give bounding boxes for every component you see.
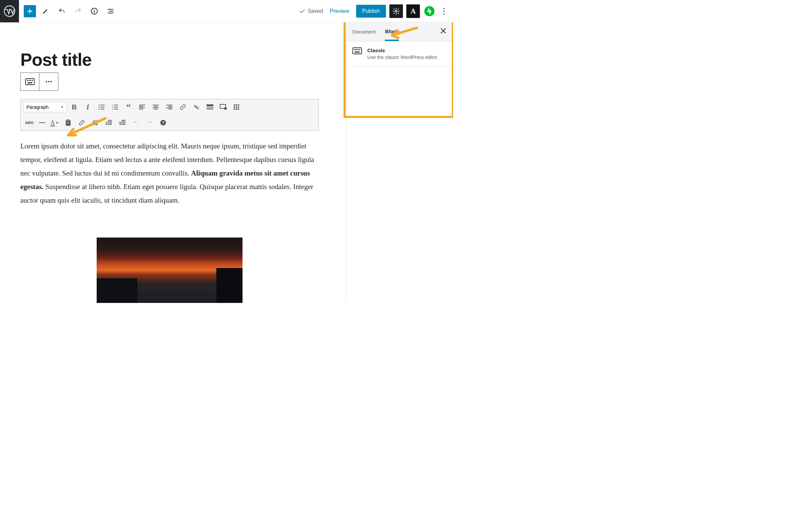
align-left-icon <box>139 105 145 110</box>
block-more-button[interactable] <box>39 73 58 91</box>
outline-button[interactable] <box>104 4 118 18</box>
insert-media-button[interactable] <box>217 101 230 113</box>
svg-rect-29 <box>234 107 235 108</box>
help-button[interactable]: ? <box>157 117 169 129</box>
toolbar-right: Saved Preview Publish A <box>299 4 453 18</box>
tab-document[interactable]: Document <box>353 23 376 40</box>
bullet-list-button[interactable] <box>95 101 108 113</box>
strikethrough-button[interactable]: ABC <box>23 117 36 129</box>
clipboard-icon: T <box>65 119 71 126</box>
redo2-icon <box>146 120 153 126</box>
redo-button[interactable] <box>71 4 85 18</box>
svg-rect-43 <box>358 49 359 50</box>
help-icon: ? <box>160 119 166 126</box>
svg-point-2 <box>94 9 95 10</box>
svg-point-18 <box>99 107 100 108</box>
insert-more-button[interactable] <box>204 101 216 113</box>
special-char-button[interactable]: Ω <box>89 117 102 129</box>
tab-block[interactable]: Block <box>385 23 399 41</box>
paragraph-select[interactable]: Paragraph <box>23 102 67 112</box>
unlink-button[interactable] <box>190 101 202 113</box>
save-status: Saved <box>299 8 323 15</box>
svg-rect-31 <box>238 107 239 108</box>
svg-rect-34 <box>238 109 239 110</box>
undo2-icon <box>132 120 139 126</box>
post-content[interactable]: Lorem ipsum dolor sit amet, consectetur … <box>20 139 319 207</box>
info-button[interactable] <box>88 4 101 18</box>
paragraph-select-label: Paragraph <box>26 104 49 110</box>
content-image[interactable] <box>97 238 242 303</box>
svg-point-25 <box>224 107 227 110</box>
add-block-button[interactable] <box>24 5 36 17</box>
svg-rect-36 <box>67 119 70 121</box>
jetpack-icon <box>424 6 435 17</box>
svg-rect-28 <box>238 104 239 106</box>
svg-point-17 <box>99 105 100 106</box>
readmore-icon <box>206 104 213 110</box>
post-title[interactable]: Post title <box>20 50 346 70</box>
svg-rect-40 <box>353 48 362 54</box>
kebab-icon <box>443 7 445 15</box>
align-center-icon <box>152 105 159 110</box>
svg-point-15 <box>48 81 50 82</box>
svg-rect-12 <box>32 80 33 81</box>
content-image-wrap <box>20 238 319 303</box>
svg-rect-27 <box>236 104 237 106</box>
hr-button[interactable] <box>37 117 47 129</box>
edit-mode-button[interactable] <box>39 4 52 18</box>
block-description: Use the classic WordPress editor. <box>367 55 438 60</box>
more-menu-button[interactable] <box>439 4 449 18</box>
clear-format-button[interactable] <box>76 117 88 129</box>
align-right-button[interactable] <box>163 101 175 113</box>
ol-icon: 123 <box>112 104 118 110</box>
top-toolbar: Saved Preview Publish A <box>0 0 453 22</box>
amp-button[interactable]: A <box>406 4 420 18</box>
outdent-button[interactable] <box>103 117 115 129</box>
settings-sidebar: Document Block Classic Use the classic W… <box>346 22 453 303</box>
align-left-button[interactable] <box>136 101 148 113</box>
wordpress-logo[interactable] <box>0 0 19 22</box>
publish-button[interactable]: Publish <box>356 5 386 18</box>
toolbar-toggle-button[interactable] <box>231 101 243 113</box>
svg-point-3 <box>395 10 397 12</box>
svg-text:?: ? <box>162 120 164 125</box>
link-icon <box>179 104 186 111</box>
block-info-icon <box>353 48 362 60</box>
settings-button[interactable] <box>390 4 403 18</box>
redo2-button[interactable] <box>143 117 156 129</box>
svg-rect-33 <box>236 109 237 110</box>
list-outline-icon <box>107 7 114 15</box>
close-sidebar-button[interactable] <box>439 26 447 37</box>
block-title: Classic <box>367 48 438 53</box>
jetpack-button[interactable] <box>423 5 435 17</box>
check-icon <box>299 8 306 15</box>
classic-toolbar-row2: ABC A▼ T Ω ? <box>21 115 319 131</box>
quote-button[interactable]: “ <box>123 101 134 113</box>
pencil-icon <box>42 7 49 15</box>
eraser-icon <box>78 119 85 126</box>
strike-label: ABC <box>25 121 34 125</box>
classic-block-icon-button[interactable] <box>21 73 39 91</box>
ul-icon <box>98 104 105 110</box>
italic-button[interactable]: I <box>82 101 94 113</box>
content-post: Suspendisse at libero nibh. Etiam eget p… <box>20 183 313 204</box>
editor-canvas: Post title Paragraph B I 123 “ <box>0 22 346 303</box>
align-center-button[interactable] <box>149 101 162 113</box>
bold-button[interactable]: B <box>68 101 80 113</box>
undo-button[interactable] <box>55 4 69 18</box>
media-icon <box>220 104 227 110</box>
svg-rect-30 <box>236 107 237 108</box>
numbered-list-button[interactable]: 123 <box>109 101 121 113</box>
link-button[interactable] <box>177 101 189 113</box>
svg-rect-10 <box>29 80 30 81</box>
preview-button[interactable]: Preview <box>327 5 353 17</box>
svg-rect-23 <box>206 104 213 107</box>
outdent-icon <box>106 120 112 126</box>
undo2-button[interactable] <box>130 117 142 129</box>
text-color-button[interactable]: A▼ <box>49 117 61 129</box>
align-right-icon <box>166 105 172 110</box>
paste-text-button[interactable]: T <box>62 117 74 129</box>
svg-rect-26 <box>234 104 235 106</box>
indent-button[interactable] <box>116 117 129 129</box>
keyboard-icon <box>25 78 35 85</box>
